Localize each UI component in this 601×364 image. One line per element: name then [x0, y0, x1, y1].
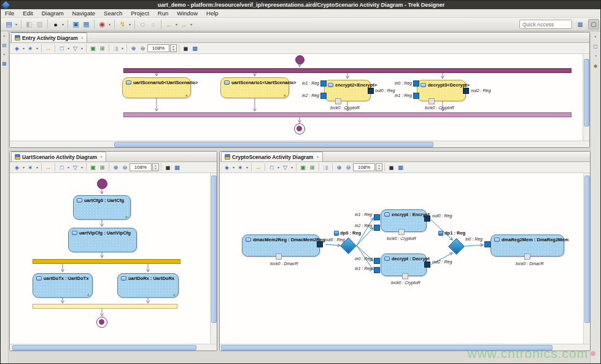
arrange-all-icon[interactable]: ∗ — [26, 44, 35, 53]
export-image-icon[interactable]: ◼ — [163, 163, 173, 172]
horizontal-scrollbar[interactable] — [10, 344, 217, 350]
pin-lock0[interactable] — [524, 254, 530, 260]
forward-dropdown-icon[interactable]: ▾ — [189, 22, 193, 26]
dropdown-icon[interactable]: ▾ — [80, 165, 84, 169]
perspective-icon[interactable]: ▢ — [588, 19, 599, 29]
pin-in1[interactable] — [374, 214, 380, 220]
scroll-thumb[interactable] — [584, 59, 589, 126]
refresh-icon[interactable]: → — [254, 163, 263, 172]
open-perspective-icon[interactable]: ▦ — [575, 19, 586, 29]
tab-close-icon[interactable]: × — [81, 36, 83, 40]
zoom-out-icon[interactable]: ⊖ — [138, 44, 147, 53]
menu-navigate[interactable]: Navigate — [72, 10, 96, 17]
console-icon[interactable]: ▣ — [71, 19, 81, 29]
run-icon[interactable]: ↯ — [117, 19, 128, 29]
pin-in1[interactable] — [374, 267, 380, 273]
back-dropdown-icon[interactable]: ▾ — [174, 22, 179, 26]
pin-out2[interactable] — [424, 261, 430, 268]
new-dropdown-icon[interactable]: ▾ — [14, 22, 18, 26]
pin-in0[interactable] — [374, 258, 380, 264]
fork-bar[interactable] — [33, 259, 180, 264]
dropdown-icon[interactable]: ▾ — [21, 165, 26, 169]
action-uartscenario0[interactable]: uartScenario0<UartScenario> ▲ — [122, 77, 191, 98]
dropdown-icon[interactable]: ▾ — [35, 165, 39, 169]
dropdown-icon[interactable]: ▾ — [245, 165, 249, 169]
arrange-all-icon[interactable]: ∗ — [26, 163, 35, 172]
pin-in1[interactable] — [413, 93, 419, 99]
dropdown-icon[interactable]: ▾ — [276, 165, 281, 169]
disabled-tool-icon[interactable]: ◇ — [138, 19, 148, 29]
dropdown-icon[interactable]: ▾ — [66, 46, 71, 50]
zoom-in-icon[interactable]: ⊕ — [129, 44, 138, 53]
action-uartdorx[interactable]: uartDoRx : UartDoRx ▲ — [117, 273, 179, 298]
pin-out0[interactable] — [317, 241, 323, 247]
initial-node[interactable] — [295, 55, 304, 64]
scroll-thumb[interactable] — [12, 345, 196, 350]
filters-icon[interactable]: ▽ — [71, 163, 80, 172]
pin-lock0[interactable] — [335, 98, 341, 104]
zoom-level-input[interactable] — [147, 44, 169, 52]
menu-window[interactable]: Window — [177, 10, 198, 17]
pin-in2[interactable] — [374, 225, 380, 231]
refresh-icon[interactable]: → — [44, 163, 53, 172]
grid-icon[interactable]: ▦ — [396, 163, 405, 172]
scroll-thumb[interactable] — [114, 142, 433, 147]
menu-search[interactable]: Search — [104, 10, 122, 17]
outline-view-icon[interactable]: ▢ — [592, 44, 599, 50]
save-icon[interactable]: ◧ — [24, 19, 34, 29]
run-config-dropdown-icon[interactable]: ▾ — [107, 22, 112, 26]
dropdown-icon[interactable]: ▾ — [290, 165, 294, 169]
final-node[interactable] — [294, 123, 305, 134]
join-bar[interactable] — [33, 304, 177, 309]
pin-lock0[interactable] — [398, 229, 405, 235]
tab-close-icon[interactable]: × — [316, 155, 319, 159]
spin-down-icon[interactable]: ▾ — [155, 168, 156, 171]
selection-mode-icon[interactable]: ◈ — [222, 163, 231, 172]
tab-close-icon[interactable]: × — [100, 155, 103, 159]
forward-icon[interactable]: → — [179, 19, 189, 29]
quick-access-input[interactable] — [519, 20, 572, 29]
add-element-icon[interactable]: ⊞ — [98, 44, 107, 53]
menu-edit[interactable]: Edit — [23, 10, 33, 17]
horizontal-scrollbar[interactable] — [10, 141, 589, 147]
selection-mode-icon[interactable]: ◈ — [12, 163, 21, 172]
debug-dropdown-icon[interactable]: ▾ — [61, 22, 65, 26]
layers-icon[interactable]: □ — [57, 163, 66, 172]
add-element-icon[interactable]: ⊞ — [308, 163, 317, 172]
zoom-level-input[interactable] — [353, 163, 375, 171]
run-dropdown-icon[interactable]: ▾ — [128, 22, 132, 26]
pin-in2[interactable] — [320, 93, 327, 99]
vertical-scrollbar[interactable] — [210, 173, 217, 344]
entry-diagram-canvas[interactable]: uartScenario0<UartScenario> ▲ uartScenar… — [10, 54, 583, 141]
run-config-icon[interactable]: ◉ — [97, 19, 107, 29]
refresh-icon[interactable]: → — [44, 44, 53, 53]
layers-icon[interactable]: □ — [267, 163, 276, 172]
pin-lock0[interactable] — [402, 273, 408, 279]
show-hide-icon[interactable]: ▣ — [88, 44, 98, 53]
action-uartvipcfg[interactable]: uartVipCfg : UartVipCfg — [68, 228, 137, 252]
zoom-spinner[interactable]: ▴ ▾ — [170, 44, 177, 52]
dropdown-icon[interactable]: ▾ — [80, 46, 84, 50]
minimized-view-icon[interactable]: ▦ — [1, 61, 7, 67]
restore-view-icon[interactable]: ▪ — [592, 34, 599, 40]
scroll-thumb[interactable] — [584, 176, 590, 323]
export-image-icon[interactable]: ◼ — [387, 163, 396, 172]
spin-down-icon[interactable]: ▾ — [378, 168, 379, 171]
dropdown-icon[interactable]: ▾ — [120, 46, 125, 50]
fork-bar[interactable] — [123, 68, 572, 73]
save-all-icon[interactable]: ▥ — [34, 19, 45, 29]
pin-in0[interactable] — [484, 241, 490, 247]
pin-out0[interactable] — [424, 215, 430, 222]
debug-icon[interactable]: ● — [50, 19, 61, 29]
show-hide-icon[interactable]: ▣ — [298, 163, 308, 172]
action-uartscenario1[interactable]: uartScenario1<UartScenario> ▲ — [220, 77, 289, 98]
minimized-explorer-icon[interactable]: ▤ — [1, 42, 7, 48]
layers-icon[interactable]: □ — [57, 44, 66, 53]
menu-help[interactable]: Help — [206, 10, 219, 17]
back-icon[interactable]: ← — [164, 19, 174, 29]
action-uartcfg0[interactable]: uartCfg0 : UartCfg ▲ — [73, 195, 131, 220]
grid-icon[interactable]: ▦ — [190, 44, 200, 53]
vertical-scrollbar[interactable] — [583, 173, 590, 344]
final-node[interactable] — [96, 317, 107, 328]
action-decrypt3[interactable]: decrypt3<Decrypt> — [417, 80, 466, 101]
